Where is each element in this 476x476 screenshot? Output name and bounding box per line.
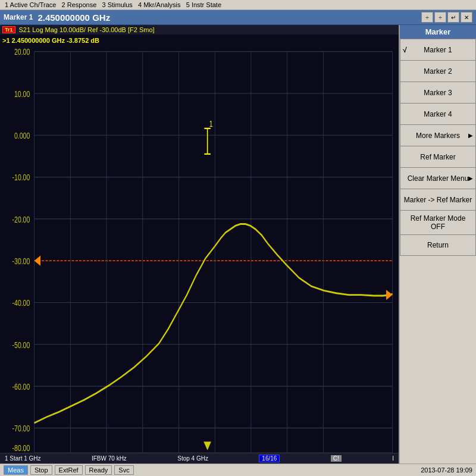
footer-start: 1 Start 1 GHz bbox=[5, 455, 41, 462]
ref-marker-mode-btn[interactable]: Ref Marker Mode OFF bbox=[400, 210, 476, 234]
footer-ci: C! bbox=[331, 455, 342, 462]
chart-panel: Tr1 S21 Log Mag 10.00dB/ Ref -30.00dB [F… bbox=[0, 25, 399, 464]
footer-extra: I bbox=[392, 455, 394, 462]
chart-body[interactable]: >1 2.450000000 GHz -3.8752 dB 20.00 10.0… bbox=[0, 35, 399, 453]
return-label: Return bbox=[427, 241, 449, 249]
right-panel-title: Marker bbox=[400, 25, 476, 39]
ref-marker-mode-label: Ref Marker Mode OFF bbox=[403, 214, 473, 231]
footer-stop: Stop 4 GHz bbox=[177, 455, 208, 462]
marker-btn-3[interactable]: Marker 3 bbox=[400, 82, 476, 103]
svg-rect-0 bbox=[0, 35, 399, 453]
marker-label: Marker 1 bbox=[4, 13, 33, 21]
marker-to-ref-label: Marker -> Ref Marker bbox=[404, 196, 472, 204]
svg-text:-10.00: -10.00 bbox=[12, 173, 30, 183]
title-controls: ÷ ÷ ↵ ✕ bbox=[421, 12, 472, 23]
menu-item-response[interactable]: 2 Response bbox=[62, 1, 97, 8]
chart-footer: 1 Start 1 GHz IFBW 70 kHz Stop 4 GHz 16/… bbox=[0, 453, 399, 464]
outer-frame: 1 Active Ch/Trace 2 Response 3 Stimulus … bbox=[0, 0, 476, 476]
status-extref[interactable]: ExtRef bbox=[55, 465, 83, 475]
chart-header: Tr1 S21 Log Mag 10.00dB/ Ref -30.00dB [F… bbox=[0, 25, 399, 35]
marker-3-label: Marker 3 bbox=[424, 89, 452, 97]
svg-text:-80.00: -80.00 bbox=[12, 444, 30, 453]
return-btn[interactable]: Return bbox=[400, 234, 476, 256]
title-btn-1[interactable]: ÷ bbox=[421, 12, 433, 23]
svg-text:20.00: 20.00 bbox=[14, 48, 30, 57]
status-meas[interactable]: Meas bbox=[4, 465, 28, 475]
menu-item-mkr[interactable]: 4 Mkr/Analysis bbox=[138, 1, 181, 8]
status-bar: Meas Stop ExtRef Ready Svc 2013-07-28 19… bbox=[0, 464, 476, 476]
trace-badge: Tr1 bbox=[2, 26, 15, 33]
main-area: Tr1 S21 Log Mag 10.00dB/ Ref -30.00dB [F… bbox=[0, 25, 476, 464]
title-btn-enter[interactable]: ↵ bbox=[447, 12, 459, 23]
clear-marker-label: Clear Marker Menu bbox=[408, 174, 469, 183]
svg-text:0.000: 0.000 bbox=[14, 131, 30, 140]
ref-marker-btn[interactable]: Ref Marker bbox=[400, 146, 476, 167]
trace-info: S21 Log Mag 10.00dB/ Ref -30.00dB [F2 Sm… bbox=[19, 26, 155, 33]
svg-text:10.00: 10.00 bbox=[14, 89, 30, 99]
right-panel: Marker √ Marker 1 Marker 2 Marker 3 Mark… bbox=[399, 25, 476, 464]
menu-item-instr[interactable]: 5 Instr State bbox=[186, 1, 221, 8]
marker-readout: >1 2.450000000 GHz -3.8752 dB bbox=[2, 37, 99, 44]
marker-4-label: Marker 4 bbox=[424, 110, 452, 118]
status-stop[interactable]: Stop bbox=[30, 465, 52, 475]
svg-text:-20.00: -20.00 bbox=[12, 215, 30, 224]
svg-text:-60.00: -60.00 bbox=[12, 382, 30, 392]
chart-svg: 20.00 10.00 0.000 -10.00 -20.00 -30.00 -… bbox=[0, 35, 399, 453]
ref-marker-label: Ref Marker bbox=[420, 153, 455, 161]
more-markers-label: More Markers bbox=[416, 131, 460, 140]
footer-ifbw: IFBW 70 kHz bbox=[92, 455, 127, 462]
marker-1-label: Marker 1 bbox=[424, 46, 452, 54]
marker-btn-2[interactable]: Marker 2 bbox=[400, 60, 476, 82]
menu-items[interactable]: 1 Active Ch/Trace bbox=[5, 1, 56, 8]
svg-text:-30.00: -30.00 bbox=[12, 256, 30, 266]
svg-text:1: 1 bbox=[209, 119, 213, 129]
svg-text:-70.00: -70.00 bbox=[12, 424, 30, 434]
marker-btn-4[interactable]: Marker 4 bbox=[400, 103, 476, 124]
more-markers-btn[interactable]: More Markers bbox=[400, 124, 476, 146]
footer-badge: 16/16 bbox=[259, 455, 280, 462]
marker-value: 2.450000000 GHz bbox=[37, 12, 416, 23]
marker-to-ref-btn[interactable]: Marker -> Ref Marker bbox=[400, 189, 476, 210]
menu-bar: 1 Active Ch/Trace 2 Response 3 Stimulus … bbox=[0, 0, 476, 10]
title-btn-2[interactable]: ÷ bbox=[434, 12, 446, 23]
status-svc[interactable]: Svc bbox=[114, 465, 133, 475]
title-btn-close[interactable]: ✕ bbox=[461, 12, 472, 23]
title-bar: Marker 1 2.450000000 GHz ÷ ÷ ↵ ✕ bbox=[0, 10, 476, 25]
marker-btn-1[interactable]: √ Marker 1 bbox=[400, 39, 476, 60]
marker-2-label: Marker 2 bbox=[424, 67, 452, 76]
status-time: 2013-07-28 19:09 bbox=[421, 466, 472, 474]
status-ready[interactable]: Ready bbox=[85, 465, 112, 475]
svg-text:-40.00: -40.00 bbox=[12, 299, 30, 308]
svg-text:-50.00: -50.00 bbox=[12, 340, 30, 350]
menu-item-stimulus[interactable]: 3 Stimulus bbox=[102, 1, 132, 8]
clear-marker-menu-btn[interactable]: Clear Marker Menu bbox=[400, 167, 476, 189]
